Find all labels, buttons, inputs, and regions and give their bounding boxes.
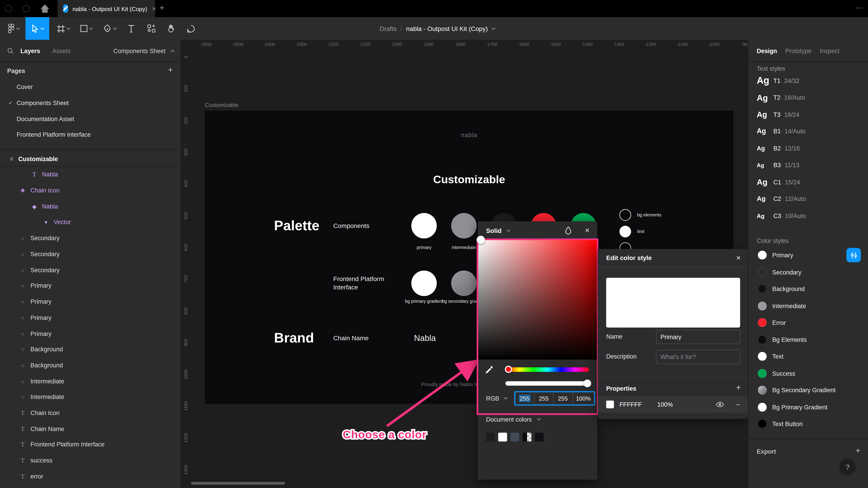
layer-row[interactable]: ◆Nabla <box>0 200 180 213</box>
text-style-row[interactable]: AgB114/Auto <box>748 124 868 138</box>
alpha-handle[interactable] <box>583 380 591 387</box>
color-style-row[interactable]: Success <box>748 366 868 381</box>
page-selector[interactable]: Components Sheet <box>114 47 174 54</box>
color-style-row[interactable]: Bg Elements <box>748 332 868 347</box>
add-page-button[interactable]: + <box>168 65 173 74</box>
blue-field[interactable]: 255 <box>554 392 572 404</box>
opacity-value[interactable]: 100% <box>657 401 673 408</box>
page-item[interactable]: ✓Components Sheet <box>0 96 180 109</box>
hue-handle[interactable] <box>505 366 512 373</box>
new-tab-button[interactable]: + <box>159 3 164 12</box>
layer-row[interactable]: TChain Icon <box>0 406 180 420</box>
name-field[interactable] <box>656 330 740 344</box>
chain-name-label[interactable]: Chain Name <box>333 335 369 341</box>
home-icon[interactable] <box>40 4 50 13</box>
color-style-row[interactable]: Secondary <box>748 265 868 280</box>
layer-row[interactable]: ▾Vector <box>0 215 180 229</box>
document-color-swatch[interactable] <box>523 433 531 442</box>
layer-row[interactable]: ○Background <box>0 359 180 372</box>
red-field[interactable]: 255 <box>515 392 534 404</box>
add-property-button[interactable]: + <box>736 383 741 392</box>
color-style-row[interactable]: Bg Primary Gradient <box>748 400 868 415</box>
color-style-row[interactable]: Intermediate <box>748 299 868 313</box>
page-item[interactable]: Cover <box>0 80 180 94</box>
breadcrumb-doc-title[interactable]: nabla - Outpost UI Kit (Copy) <box>406 25 488 32</box>
document-tab[interactable]: nabla - Outpost UI Kit (Copy) × <box>58 0 155 17</box>
window-control-icon[interactable] <box>5 5 12 12</box>
tab-inspect[interactable]: Inspect <box>819 47 839 54</box>
brand-heading[interactable]: Brand <box>274 330 314 346</box>
close-tab-icon[interactable]: × <box>152 5 156 12</box>
assets-component-button[interactable] <box>143 17 159 40</box>
layer-row[interactable]: ❖Chain Icon <box>0 184 180 197</box>
blend-droplet-icon[interactable] <box>565 226 572 235</box>
text-style-row[interactable]: AgT124/32 <box>748 74 868 88</box>
fpi-label[interactable]: Frontend PlatformInterface <box>333 275 384 291</box>
layer-row[interactable]: Tsuccess <box>0 454 180 467</box>
mini-swatch-label[interactable]: bg elements <box>637 213 661 217</box>
swatch-circle-bg-primary-gradient[interactable] <box>411 271 437 296</box>
layer-row[interactable]: ○Primary <box>0 327 180 340</box>
visibility-eye-icon[interactable] <box>716 402 724 407</box>
pen-tool-button[interactable] <box>100 17 120 40</box>
move-tool-button[interactable] <box>26 17 49 40</box>
components-label[interactable]: Components <box>333 222 369 229</box>
layer-row[interactable]: ○Primary <box>0 279 180 292</box>
layer-row[interactable]: TNabla <box>0 168 180 181</box>
mini-swatch-label[interactable]: text <box>637 229 645 234</box>
document-colors-dropdown[interactable]: Document colors <box>486 416 540 423</box>
eyedropper-icon[interactable] <box>485 366 494 375</box>
layer-row[interactable]: ○Secondary <box>0 231 180 245</box>
alpha-field[interactable]: 100% <box>572 392 594 404</box>
fill-type-dropdown[interactable]: Solid <box>486 227 510 234</box>
document-color-swatch[interactable] <box>498 433 507 442</box>
text-style-row[interactable]: AgT218/Auto <box>748 90 868 105</box>
layer-row[interactable]: ○Intermediate <box>0 390 180 403</box>
document-color-swatch[interactable] <box>510 433 519 442</box>
nabla-logo[interactable]: nabla <box>205 132 734 138</box>
horizontal-scrollbar[interactable] <box>191 482 285 485</box>
document-color-swatch[interactable] <box>486 433 495 442</box>
saturation-area[interactable] <box>478 239 597 359</box>
layer-frame-row[interactable]: # Customizable <box>0 152 180 166</box>
tab-assets[interactable]: Assets <box>52 47 70 54</box>
close-icon[interactable]: × <box>585 226 590 234</box>
text-style-row[interactable]: AgB311/13 <box>748 158 868 172</box>
text-style-row[interactable]: AgB212/16 <box>748 141 868 156</box>
tab-layers[interactable]: Layers <box>21 47 40 54</box>
help-button[interactable]: ? <box>839 459 856 475</box>
color-model-dropdown[interactable]: RGB <box>486 395 507 402</box>
alpha-slider[interactable] <box>505 381 589 386</box>
page-item[interactable]: Documentation Asset <box>0 112 180 126</box>
breadcrumb-folder[interactable]: Drafts <box>379 25 397 32</box>
color-chip[interactable] <box>606 400 614 408</box>
page-item[interactable]: Frontend Platform Interface <box>0 128 180 141</box>
tab-prototype[interactable]: Prototype <box>785 47 811 54</box>
color-style-row[interactable]: Bg Secondary Gradient <box>748 383 868 397</box>
layer-row[interactable]: ○Secondary <box>0 248 180 261</box>
layer-row[interactable]: Terror <box>0 470 180 483</box>
mini-swatch-text[interactable] <box>619 226 631 237</box>
layer-row[interactable]: ○Primary <box>0 295 180 308</box>
mini-swatch-bg-elements[interactable] <box>619 209 631 221</box>
layer-row[interactable]: ○Primary <box>0 311 180 324</box>
add-export-button[interactable]: + <box>856 446 860 455</box>
layer-row[interactable]: ○Intermediate <box>0 375 180 388</box>
remove-property-button[interactable]: − <box>736 400 740 409</box>
color-style-row[interactable]: Background <box>748 282 868 296</box>
shape-tool-button[interactable] <box>76 17 96 40</box>
hand-tool-button[interactable] <box>163 17 179 40</box>
layer-row[interactable]: TFrontend Platform Interface <box>0 437 180 451</box>
frame-canvas-label[interactable]: Customizable <box>205 102 238 108</box>
document-color-swatch[interactable] <box>535 433 544 442</box>
layer-row[interactable]: ○Background <box>0 343 180 356</box>
close-icon[interactable]: × <box>736 254 741 262</box>
text-tool-button[interactable] <box>124 17 138 40</box>
text-style-row[interactable]: AgC212/Auto <box>748 191 868 206</box>
layer-row[interactable]: TChain Name <box>0 422 180 435</box>
chevron-down-icon[interactable] <box>492 26 495 30</box>
text-style-row[interactable]: AgT316/24 <box>748 107 868 122</box>
layer-row[interactable]: ○Secondary <box>0 263 180 277</box>
chain-name-value[interactable]: Nabla <box>414 333 436 343</box>
description-field[interactable] <box>656 350 740 364</box>
